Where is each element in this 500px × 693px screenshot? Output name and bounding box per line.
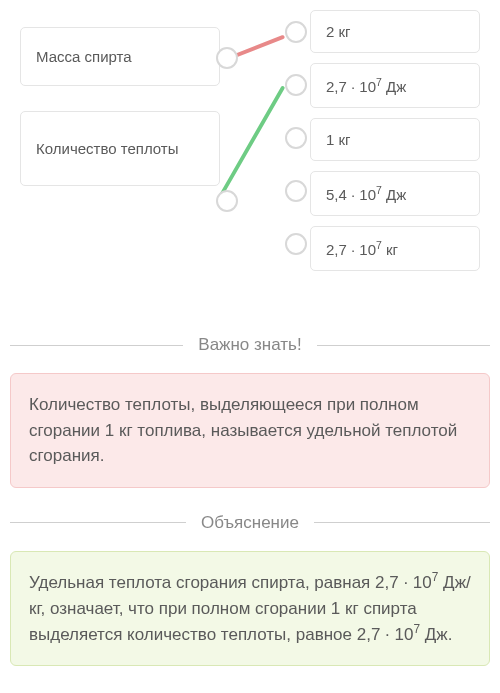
explanation-title: Объяснение (201, 513, 299, 533)
right-column: 2 кг 2,7 · 107 Дж 1 кг 5,4 · 107 Дж 2,7 … (310, 10, 480, 281)
connector-node-right[interactable] (285, 180, 307, 202)
connector-node-right[interactable] (285, 74, 307, 96)
divider-line (10, 522, 186, 523)
right-item-0[interactable]: 2 кг (310, 10, 480, 53)
important-divider: Важно знать! (10, 335, 490, 355)
right-item-3[interactable]: 5,4 · 107 Дж (310, 171, 480, 216)
right-item-4[interactable]: 2,7 · 107 кг (310, 226, 480, 271)
important-text: Количество теплоты, выделяющееся при пол… (29, 395, 457, 465)
connector-node-left[interactable] (216, 47, 238, 69)
right-item-2[interactable]: 1 кг (310, 118, 480, 161)
right-item-label: 1 кг (326, 131, 351, 148)
connector-node-right[interactable] (285, 21, 307, 43)
left-item-mass[interactable]: Масса спирта (20, 27, 220, 86)
left-column: Масса спирта Количество теплоты (20, 27, 220, 211)
left-item-label: Количество теплоты (36, 140, 178, 157)
important-title: Важно знать! (198, 335, 301, 355)
svg-line-1 (219, 88, 282, 198)
divider-line (314, 522, 490, 523)
connector-node-right[interactable] (285, 233, 307, 255)
left-item-label: Масса спирта (36, 48, 132, 65)
divider-line (10, 345, 183, 346)
explanation-text: Удельная теплота сгорания спирта, равная… (29, 573, 471, 644)
matching-exercise: Масса спирта Количество теплоты 2 кг 2,7… (10, 10, 490, 310)
right-item-label: 2 кг (326, 23, 351, 40)
explanation-divider: Объяснение (10, 513, 490, 533)
connector-node-left[interactable] (216, 190, 238, 212)
right-item-label: 2,7 · 107 Дж (326, 78, 406, 95)
right-item-1[interactable]: 2,7 · 107 Дж (310, 63, 480, 108)
important-box: Количество теплоты, выделяющееся при пол… (10, 373, 490, 488)
right-item-label: 2,7 · 107 кг (326, 241, 398, 258)
right-item-label: 5,4 · 107 Дж (326, 186, 406, 203)
explanation-box: Удельная теплота сгорания спирта, равная… (10, 551, 490, 667)
divider-line (317, 345, 490, 346)
left-item-heat[interactable]: Количество теплоты (20, 111, 220, 186)
connector-node-right[interactable] (285, 127, 307, 149)
